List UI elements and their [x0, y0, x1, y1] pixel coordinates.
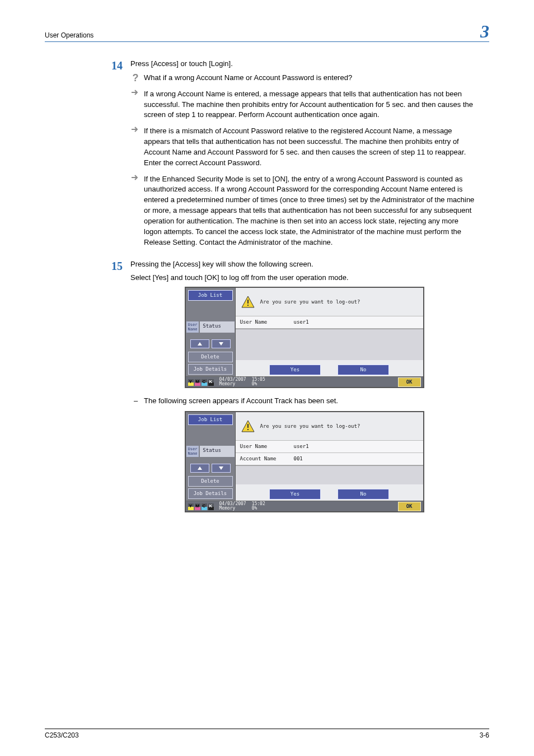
logout-prompt-text: Are you sure you want to log-out?	[260, 423, 360, 430]
logout-dialog-screen-1: Job List User Name Status	[185, 287, 424, 388]
question-icon: ?	[130, 73, 140, 83]
footer-model: C253/C203	[45, 731, 79, 739]
step-15-line-2: Select [Yes] and touch [OK] to log off f…	[130, 273, 478, 283]
user-name-small-label: User Name	[186, 321, 200, 333]
user-name-field-label: User Name	[236, 316, 289, 328]
scroll-down-button[interactable]	[212, 339, 231, 348]
ok-button[interactable]: OK	[398, 502, 421, 511]
step-number-15: 15	[104, 259, 130, 521]
empty-job-list-area	[186, 333, 235, 338]
arrow-right-icon	[130, 126, 140, 137]
job-details-button[interactable]: Job Details	[188, 364, 233, 375]
memory-label: Memory	[219, 382, 246, 386]
no-button[interactable]: No	[338, 365, 389, 375]
yes-button[interactable]: Yes	[269, 489, 321, 500]
memory-value: 0%	[252, 506, 265, 511]
footer-page-number: 3-6	[480, 731, 489, 739]
step-15-dash-note: The following screen appears if Account …	[130, 396, 478, 407]
user-name-small-label: User Name	[186, 445, 200, 458]
step-15-line-1: Pressing the [Access] key will show the …	[130, 259, 478, 270]
step-14-question: What if a wrong Account Name or Account …	[144, 73, 352, 82]
svg-rect-3	[247, 429, 249, 430]
warning-icon	[241, 296, 255, 308]
section-title: User Operations	[45, 31, 93, 39]
arrow-right-icon	[130, 174, 140, 185]
arrow-right-icon	[130, 89, 140, 100]
delete-button[interactable]: Delete	[188, 476, 233, 487]
toner-levels: Y M C K	[186, 501, 216, 511]
scroll-up-button[interactable]	[190, 464, 209, 473]
chapter-number: 3	[480, 22, 489, 40]
svg-rect-0	[247, 300, 249, 304]
yes-button[interactable]: Yes	[269, 365, 321, 375]
logout-prompt-text: Are you sure you want to log-out?	[260, 298, 360, 306]
logout-dialog-screen-2: Job List User Name Status	[185, 411, 424, 512]
account-name-field-value: 001	[289, 453, 307, 465]
no-button[interactable]: No	[338, 489, 389, 500]
toner-levels: Y M C K	[186, 377, 216, 387]
step-14-bullet-2: If there is a mismatch of Account Passwo…	[144, 127, 466, 167]
dialog-blank-area	[236, 329, 423, 360]
job-list-button[interactable]: Job List	[188, 414, 233, 425]
delete-button[interactable]: Delete	[188, 352, 233, 362]
user-name-field-label: User Name	[236, 441, 289, 452]
scroll-down-button[interactable]	[212, 464, 231, 473]
ok-button[interactable]: OK	[398, 377, 421, 387]
step-14-main: Press [Access] or touch [Login].	[130, 59, 478, 69]
job-list-button[interactable]: Job List	[188, 290, 233, 301]
job-details-button[interactable]: Job Details	[188, 488, 233, 499]
svg-rect-2	[247, 424, 249, 428]
memory-label: Memory	[219, 506, 246, 511]
scroll-up-button[interactable]	[190, 339, 209, 348]
user-name-field-value: user1	[289, 316, 313, 328]
status-tab[interactable]: Status	[199, 445, 235, 458]
warning-icon	[241, 420, 255, 432]
memory-value: 0%	[252, 382, 265, 386]
svg-rect-1	[247, 305, 249, 306]
step-14-bullet-1: If a wrong Account Name is entered, a me…	[144, 90, 473, 119]
step-number-14: 14	[104, 59, 130, 254]
user-name-field-value: user1	[289, 441, 313, 452]
status-tab[interactable]: Status	[199, 321, 235, 333]
account-name-field-label: Account Name	[236, 453, 289, 465]
empty-job-list-area	[186, 458, 235, 462]
dialog-blank-area	[236, 465, 423, 484]
step-14-bullet-3: If the Enhanced Security Mode is set to …	[144, 175, 474, 246]
